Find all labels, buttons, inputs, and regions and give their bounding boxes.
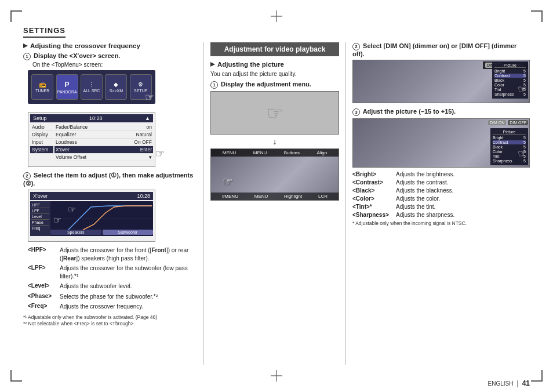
corner-mark-tl bbox=[10, 10, 22, 22]
adj-black: <Black> Adjusts the blackness. bbox=[352, 187, 530, 194]
adjust-screen: DIM ON DIM OFF Picture Bright5 Contrast5… bbox=[352, 118, 530, 168]
adj-color: <Color> Adjusts the color. bbox=[352, 195, 530, 202]
tuner-button-pandora: P PANDORA bbox=[56, 74, 78, 100]
corner-mark-tr bbox=[531, 10, 543, 22]
finger-cursor-2: ☞ bbox=[155, 147, 165, 160]
setup-row-eq: EqualizerNatural bbox=[54, 131, 153, 139]
page-content: SETTINGS Adjusting the crossover frequen… bbox=[23, 26, 530, 366]
hpf-table: <HPF> Adjusts the crossover for the fron… bbox=[28, 246, 197, 311]
setup-rows: Audio Display Input System Fader/Balance… bbox=[30, 124, 153, 161]
adjust-step-label: 3 Adjust the picture (–15 to +15). bbox=[352, 108, 530, 116]
tuner-screen: 📻 TUNER P PANDORA ⋮ ALL SRC ◆ S>>XM bbox=[28, 70, 155, 104]
xover-labels: HPF LPF Level Phase Freq bbox=[30, 201, 50, 236]
setup-row-loudness: LoudnessOn OFF bbox=[54, 139, 153, 146]
finger-cursor-7: ☞ bbox=[518, 147, 527, 160]
setup-row-volume: Volume Offset▾ bbox=[54, 154, 153, 161]
tuner-button-sxm: ◆ S>>XM bbox=[105, 74, 127, 100]
footnote1: *¹ Adjustable only when the subwoofer is… bbox=[23, 314, 197, 321]
xover-graph: Speakers Subwoofer ☞ ☞ bbox=[50, 201, 153, 236]
setup-screen: Setup 10:28 ▲ Audio Display Input System… bbox=[28, 112, 155, 167]
video-top-bar: MENUMENUButtonsAlign bbox=[211, 149, 339, 157]
footnote: *¹ Adjustable only when the subwoofer is… bbox=[23, 314, 197, 328]
corner-mark-bl bbox=[10, 370, 22, 382]
step1-label: 1 Display the <X'over> screen. bbox=[23, 52, 197, 60]
hpf-row-phase: <Phase> Selects the phase for the subwoo… bbox=[28, 293, 197, 301]
dim-screen: DIM ON DIM OFF Picture Bright5 Contrast5… bbox=[352, 60, 530, 103]
adj-sharpness: <Sharpness> Adjusts the sharpness. bbox=[352, 212, 530, 218]
asterisk-note: * Adjustable only when the incoming sign… bbox=[352, 220, 530, 226]
setup-left-system: System bbox=[30, 146, 53, 154]
video-step1: 1 Display the adjustment menu. bbox=[210, 81, 339, 89]
tuner-button-setup: ⚙ SETUP ☞ bbox=[130, 74, 152, 100]
main-layout: Adjusting the crossover frequency 1 Disp… bbox=[23, 42, 530, 365]
left-column: Adjusting the crossover frequency 1 Disp… bbox=[23, 42, 203, 365]
xover-bottom-buttons: Speakers Subwoofer bbox=[50, 228, 153, 235]
tuner-button-tuner: 📻 TUNER bbox=[31, 74, 53, 100]
pic-adj-row-bright: Bright5 bbox=[493, 136, 526, 140]
page-number-block: ENGLISH | 41 bbox=[488, 379, 530, 387]
crosshair-bottom bbox=[271, 370, 282, 382]
dim-step: 2 Select [DIM ON] (dimmer on) or [DIM OF… bbox=[352, 42, 530, 103]
step1-block: 1 Display the <X'over> screen. On the <T… bbox=[23, 52, 197, 104]
finger-cursor-6: ☞ bbox=[518, 83, 527, 96]
crosshair-top bbox=[271, 10, 282, 22]
pic-panel-title: Picture bbox=[494, 63, 526, 68]
setup-row-xover: X'overEnter ☞ bbox=[54, 146, 153, 154]
settings-header: SETTINGS bbox=[23, 26, 66, 38]
finger-cursor-1: ☞ bbox=[145, 91, 154, 104]
middle-column: Adjustment for video playback Adjusting … bbox=[203, 42, 345, 365]
crossover-heading: Adjusting the crossover frequency bbox=[23, 42, 197, 49]
footnote2: *² Not selectable when <Freq> is set to … bbox=[23, 321, 197, 328]
dim-step-label: 2 Select [DIM ON] (dimmer on) or [DIM OF… bbox=[352, 42, 530, 57]
finger-cursor-4: ☞ bbox=[53, 215, 61, 226]
hpf-row-level: <Level> Adjusts the subwoofer level. bbox=[28, 282, 197, 291]
pic-row-black: Black5 bbox=[494, 78, 526, 82]
hand-icon-1: ☞ bbox=[267, 102, 283, 124]
pic-row-bright: Bright5 bbox=[494, 69, 526, 73]
video-screen-1: ☞ bbox=[210, 91, 339, 135]
bullet-icon bbox=[23, 43, 28, 48]
xover-content: HPF LPF Level Phase Freq bbox=[30, 201, 153, 236]
adjust-dim-bar: DIM ON DIM OFF bbox=[488, 120, 528, 125]
finger-cursor-5: ☞ bbox=[223, 175, 233, 188]
page-num: 41 bbox=[522, 379, 530, 387]
finger-cursor-3: ☞ bbox=[68, 204, 76, 215]
arrow-down: ↓ bbox=[210, 137, 339, 146]
hpf-row-freq: <Freq> Adjusts the crossover frequency. bbox=[28, 303, 197, 311]
setup-left-audio: Audio bbox=[30, 124, 53, 131]
video-screen-2: MENUMENUButtonsAlign #MENUMENUHighlightL… bbox=[210, 148, 339, 201]
setup-left: Audio Display Input System bbox=[30, 124, 53, 161]
setup-left-input: Input bbox=[30, 139, 53, 146]
picture-heading: Adjusting the picture bbox=[210, 61, 339, 68]
hpf-row-hpf: <HPF> Adjusts the crossover for the fron… bbox=[28, 246, 197, 262]
pic-adj-row-contrast: Contrast5 bbox=[493, 140, 526, 144]
video-header-box: Adjustment for video playback bbox=[210, 42, 339, 56]
page-separator: | bbox=[517, 379, 519, 387]
step1-number: 1 bbox=[23, 53, 31, 60]
setup-right: Fader/Balanceon EqualizerNatural Loudnes… bbox=[54, 124, 153, 161]
step1-sub: On the <TopMenu> screen: bbox=[32, 61, 197, 68]
page-language: ENGLISH bbox=[488, 380, 514, 387]
xover-btn-speakers: Speakers bbox=[50, 230, 101, 235]
adjust-dim-on: DIM ON bbox=[488, 120, 506, 125]
picture-sub: You can adjust the picture quality. bbox=[210, 71, 339, 77]
pic-panel-adj-title: Picture bbox=[493, 130, 526, 135]
adj-contrast: <Contrast> Adjusts the contrast. bbox=[352, 179, 530, 186]
hpf-row-lpf: <LPF> Adjusts the crossover for the subw… bbox=[28, 264, 197, 280]
video-menu-bar: #MENUMENUHighlightLCR bbox=[211, 193, 339, 200]
bullet-icon-2 bbox=[210, 62, 215, 67]
pic-row-contrast: Contrast5 bbox=[494, 74, 526, 78]
adj-bright: <Bright> Adjusts the brightness. bbox=[352, 171, 530, 177]
adjust-dim-off: DIM OFF bbox=[508, 120, 528, 125]
dim-step-number: 2 bbox=[352, 43, 360, 50]
tuner-button-allsrc: ⋮ ALL SRC bbox=[81, 74, 103, 100]
step2-block: 2 Select the item to adjust (①), then ma… bbox=[23, 172, 197, 187]
setup-title: Setup 10:28 ▲ bbox=[30, 114, 153, 122]
right-column: 2 Select [DIM ON] (dimmer on) or [DIM OF… bbox=[345, 42, 530, 365]
xover-title: X'over 10:28 bbox=[30, 192, 153, 200]
setup-row-fader: Fader/Balanceon bbox=[54, 124, 153, 131]
pic-adj-list: <Bright> Adjusts the brightness. <Contra… bbox=[352, 171, 530, 218]
xover-btn-sub: Subwoofer bbox=[103, 230, 154, 235]
video-step1-number: 1 bbox=[210, 81, 218, 89]
adjust-step: 3 Adjust the picture (–15 to +15). DIM O… bbox=[352, 108, 530, 226]
